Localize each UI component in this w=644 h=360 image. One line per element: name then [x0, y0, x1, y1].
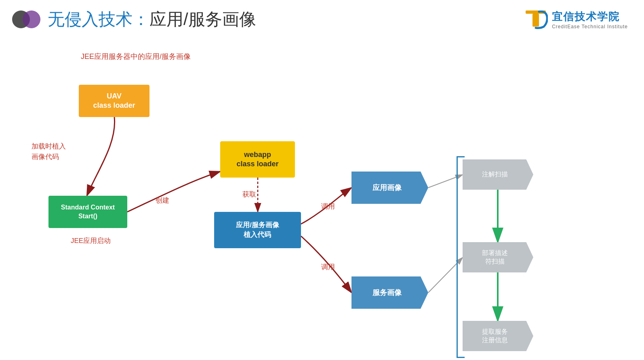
deploy-box: 部署描述 符扫描 — [463, 242, 533, 272]
label-get: 获取 — [242, 190, 256, 199]
page-header: 无侵入技术：应用/服务画像 宜信技术学院 CreditEase Technica… — [0, 0, 644, 31]
label-load-inject: 加载时植入 画像代码 — [32, 141, 66, 162]
logo-icon — [12, 7, 40, 31]
svg-point-1 — [23, 10, 40, 28]
app-image-box: 应用画像 — [351, 172, 428, 204]
subtitle-label: JEE应用服务器中的应用/服务画像 — [81, 52, 191, 61]
label-jee-start: JEE应用启动 — [71, 236, 111, 245]
standard-context-box: Standard Context Start() — [48, 196, 127, 228]
label-call1: 调用 — [321, 202, 335, 211]
brand-icon — [524, 8, 548, 31]
extract-box: 提取服务 注册信息 — [463, 321, 533, 351]
annotation-box: 注解扫描 — [463, 159, 533, 190]
brand-text: 宜信技术学院 CreditEase Technical Institute — [552, 10, 628, 29]
label-call2: 调用 — [321, 262, 335, 272]
service-image-box: 服务画像 — [351, 276, 428, 309]
svg-rect-3 — [532, 14, 539, 27]
webapp-classloader-box: webapp class loader — [220, 141, 295, 178]
uav-classloader-box: UAV class loader — [79, 85, 149, 117]
header-left: 无侵入技术：应用/服务画像 — [12, 7, 256, 31]
diagram: UAV class loader Standard Context Start(… — [0, 63, 644, 360]
page-title: 无侵入技术：应用/服务画像 — [48, 8, 256, 31]
inject-code-box: 应用/服务画像 植入代码 — [214, 212, 301, 248]
brand-logo: 宜信技术学院 CreditEase Technical Institute — [524, 8, 628, 31]
label-create: 创建 — [156, 196, 169, 205]
